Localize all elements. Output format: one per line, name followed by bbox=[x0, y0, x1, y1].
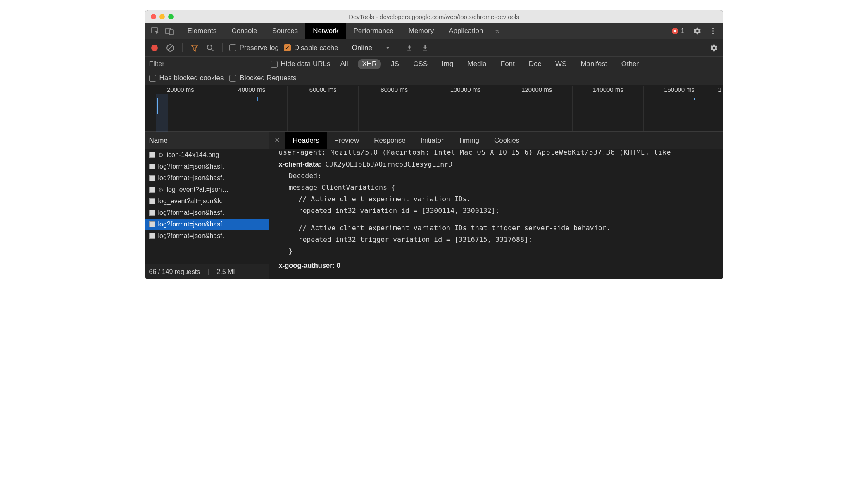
request-row[interactable]: ⚙icon-144x144.png bbox=[145, 149, 269, 161]
hide-data-urls-checkbox[interactable]: Hide data URLs bbox=[271, 60, 331, 68]
type-other[interactable]: Other bbox=[617, 59, 643, 69]
proto-comment: // Active client experiment variation ID… bbox=[279, 193, 713, 205]
request-row[interactable]: log?format=json&hasf. bbox=[145, 161, 269, 172]
svg-point-4 bbox=[712, 30, 714, 32]
tab-console[interactable]: Console bbox=[224, 23, 264, 39]
svg-line-7 bbox=[168, 45, 173, 50]
zoom-window-button[interactable] bbox=[168, 14, 174, 19]
x-goog-authuser-header: x-goog-authuser: 0 bbox=[279, 260, 713, 272]
type-ws[interactable]: WS bbox=[551, 59, 571, 69]
header-value: CJK2yQEIpLbJAQirncoBCIesygEInrD bbox=[325, 160, 452, 168]
type-img[interactable]: Img bbox=[438, 59, 457, 69]
tab-network[interactable]: Network bbox=[305, 23, 346, 39]
tick: 120000 ms bbox=[501, 86, 573, 93]
type-doc[interactable]: Doc bbox=[525, 59, 545, 69]
divider bbox=[345, 43, 345, 52]
file-icon bbox=[149, 233, 155, 239]
requests-column-name[interactable]: Name bbox=[145, 132, 269, 149]
file-icon bbox=[149, 175, 155, 181]
tab-performance[interactable]: Performance bbox=[346, 23, 401, 39]
error-count-value: 1 bbox=[681, 27, 685, 35]
network-settings-icon[interactable] bbox=[709, 43, 719, 53]
tick: 140000 ms bbox=[573, 86, 644, 93]
requests-status: 66 / 149 requests | 2.5 MI bbox=[145, 264, 269, 279]
checkbox-icon bbox=[229, 75, 236, 82]
divider bbox=[222, 43, 223, 52]
type-js[interactable]: JS bbox=[387, 59, 403, 69]
detail-tab-cookies[interactable]: Cookies bbox=[487, 132, 527, 149]
search-icon[interactable] bbox=[205, 43, 216, 53]
transfer-size: 2.5 MI bbox=[216, 268, 235, 276]
request-name: icon-144x144.png bbox=[167, 151, 219, 159]
request-row[interactable]: log?format=json&hasf. bbox=[145, 219, 269, 230]
settings-icon[interactable] bbox=[690, 24, 704, 38]
minimize-window-button[interactable] bbox=[159, 14, 165, 19]
kebab-menu-icon[interactable] bbox=[706, 24, 720, 38]
headers-body[interactable]: user-agent: Mozilla/5.0 (Macintosh; Inte… bbox=[269, 149, 723, 279]
request-mark bbox=[178, 98, 178, 100]
type-all[interactable]: All bbox=[336, 59, 352, 69]
request-mark bbox=[162, 98, 162, 107]
request-name: log?format=json&hasf. bbox=[158, 163, 224, 170]
filter-input[interactable]: Filter bbox=[149, 60, 265, 68]
detail-tab-timing[interactable]: Timing bbox=[451, 132, 487, 149]
device-toolbar-icon[interactable] bbox=[162, 24, 176, 38]
type-media[interactable]: Media bbox=[463, 59, 490, 69]
tick: 40000 ms bbox=[216, 86, 288, 93]
close-window-button[interactable] bbox=[151, 14, 156, 19]
type-xhr[interactable]: XHR bbox=[358, 59, 381, 69]
request-row[interactable]: ⚙log_event?alt=json… bbox=[145, 184, 269, 195]
tab-application[interactable]: Application bbox=[441, 23, 490, 39]
request-mark bbox=[257, 97, 258, 101]
has-blocked-cookies-checkbox[interactable]: Has blocked cookies bbox=[149, 74, 224, 82]
svg-point-3 bbox=[712, 28, 714, 29]
requests-count: 66 / 149 requests bbox=[149, 268, 200, 276]
file-icon bbox=[149, 164, 155, 169]
devtools-window: DevTools - developers.google.com/web/too… bbox=[145, 10, 723, 279]
type-manifest[interactable]: Manifest bbox=[576, 59, 611, 69]
checkbox-icon bbox=[149, 75, 156, 82]
inspect-element-icon[interactable] bbox=[148, 24, 162, 38]
file-icon bbox=[149, 210, 155, 216]
network-toolbar: Preserve log ✓ Disable cache Online ▼ bbox=[145, 39, 723, 57]
upload-icon[interactable] bbox=[404, 43, 415, 53]
clear-icon[interactable] bbox=[165, 43, 176, 53]
detail-tab-response[interactable]: Response bbox=[366, 132, 413, 149]
svg-point-8 bbox=[207, 45, 212, 49]
tab-elements[interactable]: Elements bbox=[180, 23, 224, 39]
detail-tab-initiator[interactable]: Initiator bbox=[413, 132, 451, 149]
checkbox-icon bbox=[229, 44, 236, 51]
type-font[interactable]: Font bbox=[497, 59, 519, 69]
download-icon[interactable] bbox=[420, 43, 430, 53]
error-count[interactable]: ✕ 1 bbox=[672, 27, 685, 35]
blocked-requests-checkbox[interactable]: Blocked Requests bbox=[229, 74, 296, 82]
throttling-select[interactable]: Online ▼ bbox=[352, 44, 390, 52]
request-row[interactable]: log?format=json&hasf. bbox=[145, 172, 269, 184]
bottom-split: Name ⚙icon-144x144.pnglog?format=json&ha… bbox=[145, 132, 723, 279]
timeline-overview[interactable]: 20000 ms 40000 ms 60000 ms 80000 ms 1000… bbox=[145, 85, 723, 132]
request-row[interactable]: log?format=json&hasf. bbox=[145, 207, 269, 219]
more-tabs-icon[interactable]: » bbox=[490, 24, 504, 38]
tick: 1 bbox=[715, 86, 723, 93]
disable-cache-checkbox[interactable]: ✓ Disable cache bbox=[284, 44, 338, 52]
checkbox-icon bbox=[271, 61, 278, 68]
request-row[interactable]: log?format=json&hasf. bbox=[145, 230, 269, 242]
close-detail-icon[interactable]: ✕ bbox=[269, 136, 285, 145]
svg-line-9 bbox=[211, 49, 213, 51]
detail-tab-preview[interactable]: Preview bbox=[327, 132, 366, 149]
request-row[interactable]: log_event?alt=json&k.. bbox=[145, 195, 269, 207]
proto-comment: // Active client experiment variation ID… bbox=[279, 222, 713, 234]
type-css[interactable]: CSS bbox=[409, 59, 432, 69]
x-client-data-header: x-client-data: CJK2yQEIpLbJAQirncoBCIesy… bbox=[279, 158, 713, 170]
request-name: log?format=json&hasf. bbox=[158, 174, 224, 182]
request-name: log?format=json&hasf. bbox=[158, 232, 224, 240]
tab-memory[interactable]: Memory bbox=[401, 23, 441, 39]
tab-sources[interactable]: Sources bbox=[265, 23, 305, 39]
file-icon bbox=[149, 221, 155, 227]
filter-icon[interactable] bbox=[189, 43, 200, 53]
proto-line: repeated int32 trigger_variation_id = [3… bbox=[279, 234, 713, 245]
preserve-log-checkbox[interactable]: Preserve log bbox=[229, 44, 279, 52]
user-agent-header: user-agent: Mozilla/5.0 (Macintosh; Inte… bbox=[279, 149, 713, 158]
record-button[interactable] bbox=[149, 43, 160, 53]
detail-tab-headers[interactable]: Headers bbox=[285, 132, 327, 149]
